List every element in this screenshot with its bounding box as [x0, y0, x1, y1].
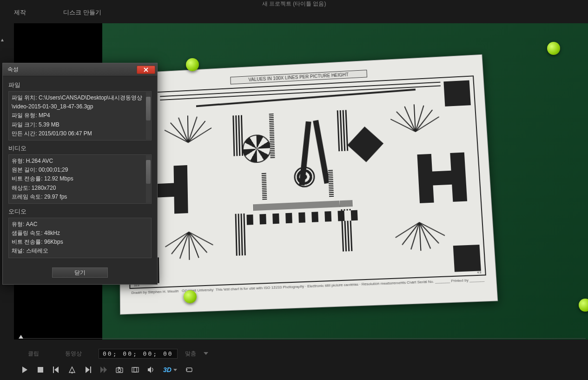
top-tabs: 제작 디스크 만들기 — [14, 8, 101, 17]
section-video-title: 비디오 — [8, 144, 152, 153]
close-button[interactable]: 닫기 — [52, 267, 108, 278]
timeline-track[interactable] — [19, 338, 586, 343]
audio-samplerate: 샘플링 속도: 48kHz — [12, 229, 148, 238]
dialog-title: 속성 — [7, 66, 19, 73]
scrollbar[interactable] — [146, 92, 151, 140]
svg-rect-3 — [90, 367, 91, 373]
fit-dropdown-icon[interactable] — [204, 352, 208, 355]
video-duration: 원본 길이: 00;00;01;29 — [12, 166, 148, 174]
svg-rect-8 — [134, 367, 139, 372]
audio-info-box: 유형: AAC 샘플링 속도: 48kHz 비트 전송률: 96Kbps 채널:… — [8, 218, 152, 258]
close-icon — [144, 67, 148, 72]
dialog-titlebar[interactable]: 속성 — [3, 63, 157, 76]
fast-forward-icon[interactable] — [100, 366, 107, 373]
step-icon[interactable] — [68, 366, 76, 373]
svg-rect-7 — [132, 367, 137, 372]
file-info-box: 파일 위치: C:\Users\CANSAD\Desktop\내시경동영상\vi… — [8, 91, 152, 140]
video-resolution: 해상도: 1280x720 — [12, 184, 148, 193]
crop-icon[interactable] — [132, 366, 139, 373]
project-title: 새 프로젝트 (타이틀 없음) — [0, 0, 588, 8]
svg-rect-1 — [53, 367, 54, 373]
tab-edit[interactable]: 제작 — [14, 8, 26, 17]
pushpin-icon — [184, 290, 197, 303]
audio-bitrate: 비트 전송률: 96Kbps — [12, 238, 148, 247]
file-created: 만든 시간: 2015/01/30 06:47 PM — [12, 129, 148, 138]
svg-point-5 — [118, 369, 121, 372]
file-size: 파일 크기: 5.39 MB — [12, 120, 148, 129]
properties-dialog: 속성 파일 파일 위치: C:\Users\CANSAD\Desktop\내시경… — [2, 63, 158, 285]
pushpin-icon — [579, 299, 588, 312]
audio-channels: 채널: 스테레오 — [12, 247, 148, 255]
dialog-close-button[interactable] — [137, 66, 155, 74]
tab-create-disc[interactable]: 디스크 만들기 — [63, 8, 101, 17]
bottom-bar: 클립 동영상 00; 00; 00; 00 맞춤 — [19, 348, 586, 359]
scrollbar[interactable] — [146, 155, 151, 203]
test-chart: VALUES IN 100X LINES PER PICTURE HEIGHT — [118, 54, 498, 315]
next-frame-icon[interactable] — [84, 366, 92, 373]
audio-codec: 유형: AAC — [12, 220, 148, 229]
pushpin-icon — [186, 58, 199, 71]
svg-rect-0 — [38, 367, 43, 373]
volume-icon[interactable] — [147, 366, 155, 373]
chevron-down-icon — [173, 369, 177, 371]
chart-body: 16:9 4:3 16:9 — [128, 75, 486, 289]
video-framerate: 프레임 속도: 29.97 fps — [12, 193, 148, 201]
fit-label[interactable]: 맞춤 — [185, 350, 196, 358]
section-file-title: 파일 — [8, 81, 152, 89]
video-bitrate: 비트 전송률: 12.92 Mbps — [12, 174, 148, 183]
pushpin-icon — [547, 42, 560, 55]
timecode-display[interactable]: 00; 00; 00; 00 — [99, 349, 178, 359]
svg-rect-2 — [72, 372, 73, 373]
player-controls: 3D — [21, 366, 193, 373]
preview-content[interactable]: VALUES IN 100X LINES PER PICTURE HEIGHT — [102, 23, 588, 340]
video-codec: 유형: H.264 AVC — [12, 157, 148, 166]
prev-frame-icon[interactable] — [53, 366, 60, 373]
stop-icon[interactable] — [37, 366, 44, 373]
clip-label[interactable]: 클립 — [19, 349, 48, 359]
svg-rect-6 — [118, 367, 120, 368]
camera-icon[interactable] — [116, 366, 123, 373]
3d-toggle[interactable]: 3D — [163, 366, 177, 373]
sidebar-marker: ▲ — [0, 37, 6, 42]
timeline-playhead[interactable] — [19, 335, 23, 339]
file-type: 파일 유형: MP4 — [12, 111, 148, 120]
loop-icon[interactable] — [185, 366, 193, 373]
play-icon[interactable] — [21, 366, 28, 373]
section-audio-title: 오디오 — [8, 207, 152, 216]
file-location: 파일 위치: C:\Users\CANSAD\Desktop\내시경동영상\vi… — [12, 93, 148, 111]
dialog-body: 파일 파일 위치: C:\Users\CANSAD\Desktop\내시경동영상… — [3, 76, 157, 284]
video-label[interactable]: 동영상 — [56, 349, 91, 359]
video-info-box: 유형: H.264 AVC 원본 길이: 00;00;01;29 비트 전송률:… — [8, 154, 152, 204]
